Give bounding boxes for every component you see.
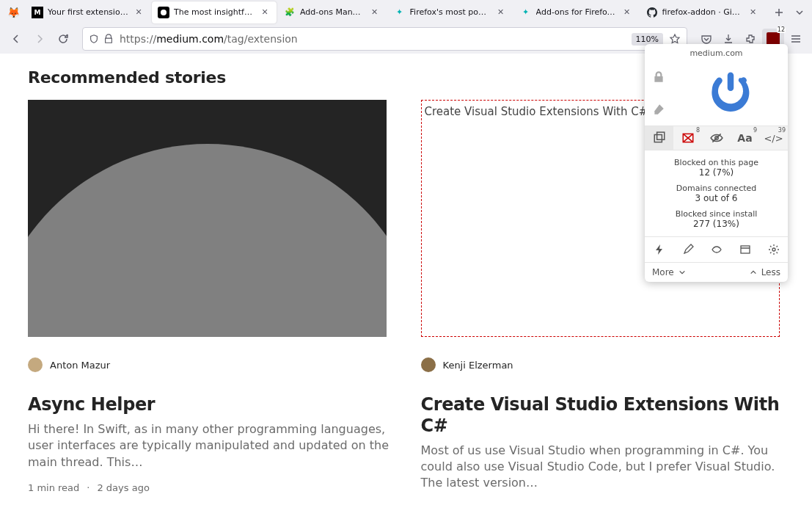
ublock-logger-button[interactable] <box>702 237 731 262</box>
ublock-zap-button[interactable] <box>645 237 673 262</box>
story-title[interactable]: Async Helper <box>28 394 392 415</box>
tab-1[interactable]: The most insightful stories abo ✕ <box>152 1 277 23</box>
medium-favicon <box>158 7 169 18</box>
tab-title: Your first extension - Mozilla | M <box>48 7 128 17</box>
ublock-stats: Blocked on this page 12 (7%) Domains con… <box>645 150 788 236</box>
ublock-dashboard-button[interactable] <box>731 237 759 262</box>
mdn-favicon: M <box>32 7 43 18</box>
tab-2[interactable]: 🧩 Add-ons Manager ✕ <box>278 1 387 23</box>
author-name[interactable]: Kenji Elzerman <box>443 360 513 371</box>
ublock-domain: medium.com <box>645 44 788 61</box>
power-icon <box>706 66 756 116</box>
bookmark-star-icon[interactable] <box>669 33 681 45</box>
ublock-media-blocker[interactable]: 8 <box>673 126 702 150</box>
close-icon[interactable]: ✕ <box>747 7 759 18</box>
author-name[interactable]: Anton Mazur <box>50 360 110 371</box>
close-icon[interactable]: ✕ <box>133 7 145 18</box>
tab-bar: 🦊 M Your first extension - Mozilla | M ✕… <box>0 0 812 24</box>
ublock-more-button[interactable]: More <box>652 267 686 277</box>
amo-favicon: ✦ <box>394 7 406 18</box>
all-tabs-button[interactable] <box>790 2 809 23</box>
story-title[interactable]: Create Visual Studio Extensions With C# <box>421 394 785 437</box>
firefox-logo[interactable]: 🦊 <box>3 7 24 18</box>
new-tab-button[interactable] <box>769 2 789 23</box>
ublock-picker-button[interactable] <box>673 237 702 262</box>
reload-button[interactable] <box>53 29 73 49</box>
avatar[interactable] <box>28 357 43 372</box>
back-button[interactable] <box>6 29 26 49</box>
close-icon[interactable]: ✕ <box>621 7 633 18</box>
svg-rect-0 <box>654 135 662 142</box>
svg-rect-1 <box>656 132 664 139</box>
ublock-cosmetic-filter[interactable] <box>702 126 731 150</box>
tab-title: Add-ons Manager <box>300 7 365 17</box>
story-excerpt: Most of us use Visual Studio when progra… <box>421 443 785 492</box>
ublock-badge: 12 <box>777 27 786 33</box>
tab-title: The most insightful stories abo <box>174 7 255 17</box>
shield-icon <box>89 34 99 44</box>
read-time: 1 min read <box>28 482 79 493</box>
avatar[interactable] <box>421 357 436 372</box>
tab-4[interactable]: ✦ Add-ons for Firefox (en-US) ✕ <box>514 1 639 23</box>
lock-icon <box>103 34 114 44</box>
ublock-lock-button[interactable] <box>645 61 673 93</box>
tab-title: Firefox's most popular and inno <box>410 7 491 17</box>
ublock-eraser-button[interactable] <box>645 93 673 126</box>
ublock-scripts-blocker[interactable]: </>39 <box>759 126 788 150</box>
tab-3[interactable]: ✦ Firefox's most popular and inno ✕ <box>388 1 513 23</box>
ublock-settings-button[interactable] <box>759 237 788 262</box>
amo-favicon: ✦ <box>520 7 532 18</box>
story-excerpt: Hi there! In Swift, as in many other pro… <box>28 421 392 471</box>
ublock-fonts-blocker[interactable]: Aa9 <box>731 126 759 150</box>
tab-0[interactable]: M Your first extension - Mozilla | M ✕ <box>26 1 150 23</box>
forward-button[interactable] <box>29 29 50 49</box>
svg-point-5 <box>772 248 775 251</box>
close-icon[interactable]: ✕ <box>259 7 271 18</box>
close-icon[interactable]: ✕ <box>495 7 507 18</box>
story-card: Anton Mazur Async Helper Hi there! In Sw… <box>28 100 392 505</box>
menu-button[interactable] <box>786 29 806 49</box>
ublock-popup-blocker[interactable] <box>645 126 673 150</box>
story-meta: 1 min read · 2 days ago <box>28 482 392 493</box>
ublock-panel: medium.com 8 Aa9 </>39 Blocked on this p… <box>645 44 788 282</box>
svg-rect-4 <box>741 246 750 253</box>
close-icon[interactable]: ✕ <box>369 7 381 18</box>
tab-5[interactable]: firefox-addon · GitHub Topics · ✕ <box>640 1 765 23</box>
github-favicon <box>646 7 658 18</box>
addon-favicon: 🧩 <box>284 7 296 18</box>
story-image[interactable] <box>28 100 387 337</box>
url-text: https://www.medium.com/tag/extension <box>120 33 626 45</box>
url-bar[interactable]: https://www.medium.com/tag/extension 110… <box>82 27 687 51</box>
ublock-power-button[interactable] <box>673 61 788 126</box>
zoom-level[interactable]: 110% <box>632 33 663 46</box>
byline: Anton Mazur <box>28 357 392 372</box>
tab-title: firefox-addon · GitHub Topics · <box>662 7 743 17</box>
publish-date: 2 days ago <box>97 482 149 493</box>
byline: Kenji Elzerman <box>421 357 785 372</box>
ublock-less-button[interactable]: Less <box>750 267 780 277</box>
tab-title: Add-ons for Firefox (en-US) <box>536 7 617 17</box>
